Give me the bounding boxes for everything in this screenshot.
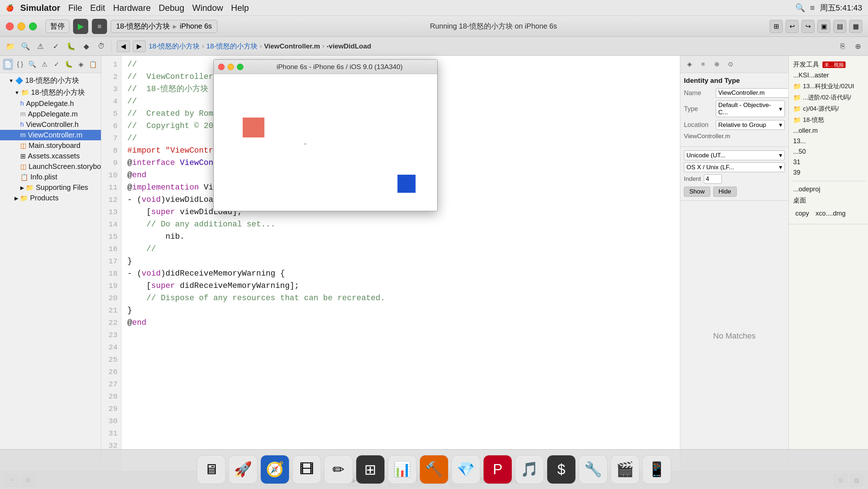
sim-content[interactable] bbox=[214, 74, 437, 211]
forward-btn[interactable]: ▶ bbox=[133, 41, 146, 52]
menu-edit[interactable]: Edit bbox=[90, 3, 105, 13]
nav-breakpt-icon[interactable]: ◈ bbox=[76, 59, 86, 70]
sim-red-square[interactable] bbox=[243, 118, 264, 137]
sim-maximize-btn[interactable] bbox=[237, 64, 243, 70]
file-item-subfolder[interactable]: ▼ 📁 18-愤怒的小方块 bbox=[0, 86, 101, 98]
dock-pencil[interactable]: ✏ bbox=[324, 455, 353, 484]
nav-breakpoint-icon[interactable]: ◆ bbox=[80, 40, 93, 53]
layout-btn-1[interactable]: ⊞ bbox=[770, 20, 783, 33]
file-item-appdelegate-h[interactable]: h AppDelegate.h bbox=[0, 98, 101, 109]
layout-btn-2[interactable]: ↩ bbox=[786, 20, 799, 33]
editor-icon-2[interactable]: ⊕ bbox=[851, 40, 864, 53]
dock-app1[interactable]: 🔧 bbox=[579, 455, 608, 484]
dock-terminal2[interactable]: $ bbox=[547, 455, 576, 484]
nav-issue-icon[interactable]: ⚠ bbox=[39, 59, 50, 70]
nav-symbols-icon[interactable]: { } bbox=[15, 59, 25, 70]
line-ending-dropdown[interactable]: OS X / Unix (LF... ▾ bbox=[684, 162, 785, 172]
menubar-search-icon[interactable]: 🔍 bbox=[795, 3, 805, 13]
far-right-folder1[interactable]: 📁 13...科技业址/02UI bbox=[791, 81, 866, 92]
dock-safari[interactable]: 🧭 bbox=[260, 455, 289, 484]
layout-btn-5[interactable]: ▤ bbox=[833, 20, 846, 33]
sim-minimize-btn[interactable] bbox=[227, 64, 234, 70]
file-item-main-storyboard[interactable]: ◫ Main.storyboard bbox=[0, 140, 101, 151]
menu-debug[interactable]: Debug bbox=[159, 3, 184, 13]
nav-debug-icon[interactable]: 🐛 bbox=[64, 40, 77, 53]
indent-input[interactable] bbox=[704, 174, 722, 184]
far-right-copy[interactable]: copy bbox=[793, 208, 811, 219]
file-item-appdelegate-m[interactable]: m AppDelegate.m bbox=[0, 109, 101, 119]
far-right-odeproj[interactable]: ...odeproj bbox=[791, 184, 866, 195]
far-right-folder2[interactable]: 📁 ...进阶/02-语代码/ bbox=[791, 92, 866, 103]
type-dropdown[interactable]: Default - Objective-C... ▾ bbox=[716, 101, 785, 117]
dock-finder[interactable]: 🖥 bbox=[197, 455, 226, 484]
nav-test2-icon[interactable]: ✓ bbox=[52, 59, 62, 70]
location-dropdown[interactable]: Relative to Group ▾ bbox=[716, 120, 785, 130]
panel-icon-3[interactable]: ⊕ bbox=[711, 59, 722, 70]
nav-debug2-icon[interactable]: 🐛 bbox=[64, 59, 74, 70]
nav-search-icon[interactable]: 🔍 bbox=[19, 40, 32, 53]
maximize-button[interactable] bbox=[29, 22, 37, 30]
nav-test-icon[interactable]: ✓ bbox=[49, 40, 62, 53]
far-right-devtools[interactable]: 开发工具 未...视频 bbox=[791, 59, 866, 70]
menu-simulator[interactable]: Simulator bbox=[20, 3, 60, 13]
breadcrumb-file[interactable]: ViewController.m bbox=[264, 42, 320, 50]
breadcrumb-folder[interactable]: 18-愤怒的小方块 bbox=[206, 42, 257, 51]
nav-folder-icon[interactable]: 📁 bbox=[4, 40, 17, 53]
far-right-desktop[interactable]: 桌面 bbox=[791, 195, 866, 206]
file-item-viewcontroller-h[interactable]: h ViewController.h bbox=[0, 119, 101, 130]
dock-instruments[interactable]: 📊 bbox=[388, 455, 417, 484]
file-item-info-plist[interactable]: 📋 Info.plist bbox=[0, 172, 101, 182]
menu-help[interactable]: Help bbox=[231, 3, 249, 13]
menu-window[interactable]: Window bbox=[192, 3, 223, 13]
apple-menu[interactable]: 🍎 bbox=[6, 4, 14, 12]
file-item-viewcontroller-m[interactable]: m ViewController.m bbox=[0, 130, 101, 140]
run-button[interactable]: ▶ bbox=[73, 19, 88, 34]
menu-file[interactable]: File bbox=[68, 3, 82, 13]
pause-button[interactable]: 暂停 bbox=[46, 20, 69, 33]
menu-hardware[interactable]: Hardware bbox=[113, 3, 151, 13]
far-right-50[interactable]: ...50 bbox=[791, 146, 866, 157]
close-button[interactable] bbox=[6, 22, 14, 30]
layout-btn-3[interactable]: ↪ bbox=[801, 20, 814, 33]
far-right-39[interactable]: 39 bbox=[791, 167, 866, 178]
nav-warning-icon[interactable]: ⚠ bbox=[34, 40, 47, 53]
nav-history-icon[interactable]: ⏱ bbox=[95, 40, 108, 53]
breadcrumb-project[interactable]: 18-愤怒的小方块 bbox=[149, 42, 200, 51]
far-right-31[interactable]: 31 bbox=[791, 157, 866, 167]
scheme-selector[interactable]: 18-愤怒的小方块 ▶ iPhone 6s bbox=[111, 20, 217, 33]
nav-find-icon[interactable]: 🔍 bbox=[27, 59, 37, 70]
panel-icon-4[interactable]: ⊙ bbox=[725, 59, 736, 70]
dock-app3[interactable]: 📱 bbox=[642, 455, 671, 484]
panel-icon-1[interactable]: ◈ bbox=[684, 59, 695, 70]
layout-btn-6[interactable]: ▦ bbox=[849, 20, 862, 33]
nav-report-icon[interactable]: 📋 bbox=[88, 59, 98, 70]
file-item-supporting-files[interactable]: ▶ 📁 Supporting Files bbox=[0, 182, 101, 193]
far-right-13[interactable]: 13... bbox=[791, 136, 866, 146]
file-tree-root[interactable]: ▼ 🔷 18-愤怒的小方块 bbox=[0, 75, 101, 86]
menubar-notification-icon[interactable]: ≡ bbox=[810, 3, 815, 13]
file-item-products[interactable]: ▶ 📁 Products bbox=[0, 193, 101, 203]
dock-app2[interactable]: 🎬 bbox=[610, 455, 639, 484]
far-right-xco[interactable]: xco....dmg bbox=[813, 208, 848, 219]
nav-files-icon[interactable]: 📄 bbox=[3, 59, 13, 70]
far-right-folder3[interactable]: 📁 c)/04-源代码/ bbox=[791, 103, 866, 114]
panel-icon-2[interactable]: ≡ bbox=[698, 59, 709, 70]
name-input[interactable] bbox=[716, 88, 797, 98]
dock-ppt[interactable]: P bbox=[483, 455, 512, 484]
minimize-button[interactable] bbox=[17, 22, 25, 30]
back-btn[interactable]: ◀ bbox=[117, 41, 130, 52]
show-button[interactable]: Show bbox=[684, 187, 710, 197]
editor-icon-1[interactable]: ⎘ bbox=[836, 40, 849, 53]
encoding-dropdown[interactable]: Unicode (UT... ▾ bbox=[684, 150, 785, 160]
hide-button[interactable]: Hide bbox=[713, 187, 737, 197]
far-right-xsi[interactable]: ...KSI...aster bbox=[791, 70, 866, 81]
dock-music[interactable]: 🎵 bbox=[515, 455, 544, 484]
dock-launchpad[interactable]: 🚀 bbox=[229, 455, 258, 484]
dock-xcode[interactable]: 🔨 bbox=[420, 455, 448, 484]
layout-btn-4[interactable]: ▣ bbox=[817, 20, 830, 33]
breadcrumb-method[interactable]: -viewDidLoad bbox=[327, 42, 371, 50]
file-item-launch-storyboard[interactable]: ◫ LaunchScreen.storyboard bbox=[0, 161, 101, 172]
dock-terminal[interactable]: ⊞ bbox=[356, 455, 385, 484]
far-right-folder4[interactable]: 📁 18-愤怒 bbox=[791, 114, 866, 126]
dock-sketch[interactable]: 💎 bbox=[451, 455, 480, 484]
